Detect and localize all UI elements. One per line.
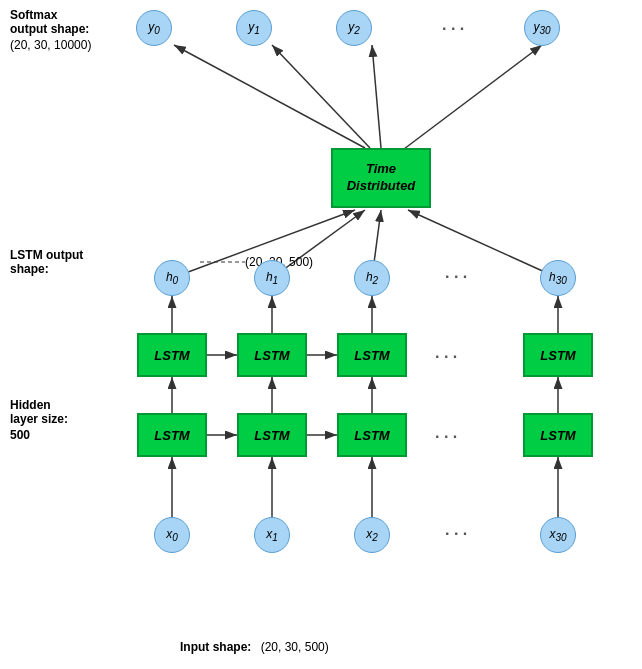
- softmax-shape: (20, 30, 10000): [10, 38, 91, 52]
- lstm-lower-30-label: LSTM: [540, 428, 575, 443]
- lstm-output-title: LSTM output: [10, 248, 83, 262]
- y1-node: y1: [236, 10, 272, 46]
- svg-line-4: [372, 45, 381, 148]
- input-shape-container: Input shape: (20, 30, 500): [180, 640, 329, 654]
- lstm-upper-0-label: LSTM: [154, 348, 189, 363]
- time-distributed-label: TimeDistributed: [347, 161, 416, 195]
- x2-node: x2: [354, 517, 390, 553]
- input-shape-label: Input shape:: [180, 640, 251, 654]
- time-distributed-box: TimeDistributed: [331, 148, 431, 208]
- lstm-upper-2: LSTM: [337, 333, 407, 377]
- h0-node: h0: [154, 260, 190, 296]
- h1-label: h1: [266, 270, 278, 286]
- h2-label: h2: [366, 270, 378, 286]
- hidden-layer-subtitle: layer size:: [10, 412, 68, 426]
- lstm-output-subtitle: shape:: [10, 262, 49, 276]
- lstm-lower-2: LSTM: [337, 413, 407, 457]
- svg-line-2: [174, 45, 365, 148]
- svg-line-3: [272, 45, 370, 148]
- y30-node: y30: [524, 10, 560, 46]
- y0-node: y0: [136, 10, 172, 46]
- lstm-upper-1-label: LSTM: [254, 348, 289, 363]
- softmax-output-shape-label: output shape:: [10, 22, 89, 36]
- x30-node: x30: [540, 517, 576, 553]
- lstm-lower-0-label: LSTM: [154, 428, 189, 443]
- lstm-lower-1-label: LSTM: [254, 428, 289, 443]
- h1-node: h1: [254, 260, 290, 296]
- x30-label: x30: [549, 527, 566, 543]
- h0-label: h0: [166, 270, 178, 286]
- lstm-lower-30: LSTM: [523, 413, 593, 457]
- x1-node: x1: [254, 517, 290, 553]
- y-dots: · · ·: [442, 20, 464, 38]
- lstm-upper-dots: · · ·: [435, 348, 457, 366]
- y30-label: y30: [533, 20, 550, 36]
- svg-line-9: [408, 210, 558, 278]
- hidden-layer-value: 500: [10, 428, 30, 442]
- h30-node: h30: [540, 260, 576, 296]
- y2-node: y2: [336, 10, 372, 46]
- h2-node: h2: [354, 260, 390, 296]
- h30-label: h30: [549, 270, 567, 286]
- x0-node: x0: [154, 517, 190, 553]
- hidden-layer-title: Hidden: [10, 398, 51, 412]
- y2-label: y2: [348, 20, 360, 36]
- lstm-upper-1: LSTM: [237, 333, 307, 377]
- y1-label: y1: [248, 20, 260, 36]
- x1-label: x1: [266, 527, 278, 543]
- lstm-upper-0: LSTM: [137, 333, 207, 377]
- y0-label: y0: [148, 20, 160, 36]
- lstm-lower-0: LSTM: [137, 413, 207, 457]
- lstm-upper-30-label: LSTM: [540, 348, 575, 363]
- lstm-lower-1: LSTM: [237, 413, 307, 457]
- lstm-lower-2-label: LSTM: [354, 428, 389, 443]
- x2-label: x2: [366, 527, 378, 543]
- input-shape-value: (20, 30, 500): [261, 640, 329, 654]
- x-dots: · · ·: [445, 525, 467, 543]
- lstm-upper-2-label: LSTM: [354, 348, 389, 363]
- x0-label: x0: [166, 527, 178, 543]
- diagram-container: Softmax output shape: (20, 30, 10000) y0…: [0, 0, 642, 669]
- lstm-upper-30: LSTM: [523, 333, 593, 377]
- lstm-lower-dots: · · ·: [435, 428, 457, 446]
- h-dots: · · ·: [445, 268, 467, 286]
- softmax-title: Softmax: [10, 8, 57, 22]
- svg-line-5: [400, 45, 542, 152]
